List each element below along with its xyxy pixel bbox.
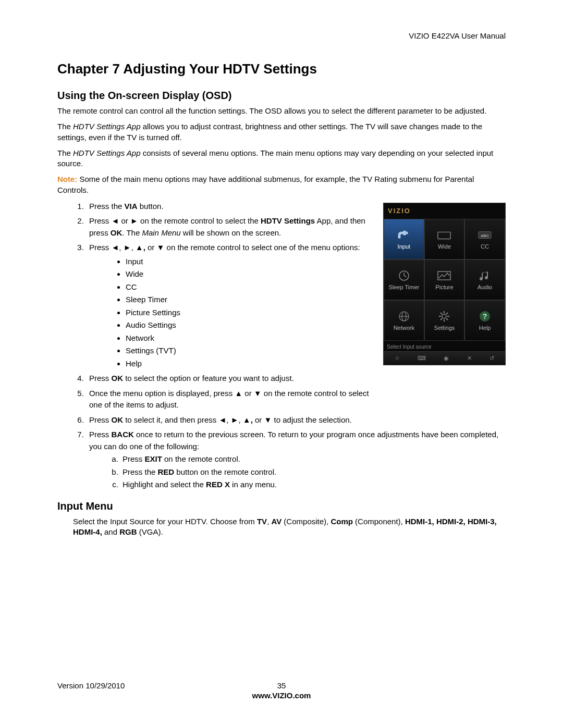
osd-cell-network[interactable]: Network [384, 300, 424, 341]
step-4: Press OK to select the option or feature… [86, 373, 373, 385]
osd-para-1: The remote control can control all the f… [57, 106, 506, 116]
ok-button: OK [112, 415, 124, 424]
osd-cell-label: CC [481, 243, 489, 250]
audio-icon [478, 269, 492, 282]
target-icon[interactable]: ◉ [444, 355, 449, 362]
osd-cell-audio[interactable]: Audio [464, 260, 505, 300]
text: Press [89, 374, 112, 382]
text: or ▼ to adjust the selection. [253, 415, 352, 424]
text: (Component), [353, 517, 405, 526]
osd-cell-help[interactable]: ? Help [464, 300, 505, 341]
refresh-icon[interactable]: ↺ [489, 355, 494, 362]
picture-icon [437, 269, 451, 282]
step-6: Press OK to select it, and then press ◄,… [86, 414, 506, 426]
plug-icon [397, 229, 411, 241]
osd-cell-label: Network [394, 325, 414, 331]
input-para: Select the Input Source for your HDTV. C… [57, 516, 506, 538]
star-icon[interactable]: ☆ [395, 355, 400, 362]
red-button: RED [158, 467, 175, 476]
sub-step-c: Highlight and select the RED X in any me… [120, 479, 506, 491]
list-item: CC [126, 281, 373, 293]
via-button: VIA [125, 202, 138, 211]
osd-cell-label: Picture [435, 284, 453, 290]
text: button on the remote control. [174, 467, 276, 476]
note-label: Note: [57, 175, 77, 183]
manual-title: VIZIO E422VA User Manual [57, 31, 506, 40]
text: Press [89, 430, 112, 439]
ok-button: OK [111, 228, 123, 237]
note-text: Some of the main menu options may have a… [57, 175, 474, 194]
osd-cell-label: Settings [434, 325, 455, 331]
svg-line-5 [404, 276, 406, 277]
svg-text:ABC: ABC [481, 233, 489, 238]
text: Select the Input Source for your HDTV. C… [73, 517, 257, 526]
step-1: Press the VIA button. [86, 201, 373, 213]
network-icon [397, 310, 411, 323]
text: in any menu. [230, 480, 277, 489]
osd-cell-wide[interactable]: Wide [424, 219, 465, 260]
section-input-title: Input Menu [57, 500, 506, 512]
osd-screenshot: VIZIO Input Wide ABC CC [383, 203, 506, 365]
rgb: RGB [119, 527, 137, 536]
text: (Composite), [282, 517, 331, 526]
steps-list-continued: Press OK to select it, and then press ◄,… [57, 414, 506, 491]
list-item: Sleep Timer [126, 294, 373, 306]
text: to select it, and then press ◄, ►, ▲ [123, 415, 251, 424]
svg-rect-0 [438, 232, 450, 239]
osd-status-text: Select Input source [384, 341, 505, 351]
step-3: Press ◄, ►, ▲, or ▼ on the remote contro… [86, 242, 373, 369]
text: Press ◄, ►, ▲ [89, 243, 143, 252]
osd-cell-settings[interactable]: Settings [424, 300, 465, 341]
red-x: RED X [206, 480, 230, 489]
osd-para-3: The HDTV Settings App consists of severa… [57, 148, 506, 169]
svg-line-17 [440, 318, 442, 320]
text: Press [123, 454, 145, 463]
help-icon: ? [478, 310, 492, 323]
text: and [102, 527, 119, 536]
list-item: Network [126, 332, 373, 344]
osd-bottom-bar: ☆ ⌨ ◉ ✕ ↺ [384, 351, 505, 365]
osd-note: Note: Some of the main menu options may … [57, 174, 506, 195]
osd-cell-picture[interactable]: Picture [424, 260, 465, 300]
list-item: Audio Settings [126, 319, 373, 331]
sub-steps-list: Press EXIT on the remote control. Press … [89, 453, 506, 491]
steps-list: Press the VIA button. Press ◄ or ► on th… [57, 201, 373, 411]
list-item: Input [126, 256, 373, 268]
step-7: Press BACK once to return to the previou… [86, 429, 506, 491]
sub-step-a: Press EXIT on the remote control. [120, 453, 506, 465]
comp: Comp [331, 517, 353, 526]
text: Press the [123, 467, 158, 476]
back-button: BACK [112, 430, 134, 439]
osd-cell-label: Audio [478, 284, 492, 290]
osd-cell-sleep[interactable]: Sleep Timer [384, 260, 424, 300]
step-2: Press ◄ or ► on the remote control to se… [86, 215, 373, 239]
text: (VGA). [137, 527, 163, 536]
cc-icon: ABC [478, 229, 492, 241]
vizio-logo: VIZIO [384, 203, 505, 219]
keyboard-icon[interactable]: ⌨ [418, 355, 426, 362]
svg-line-16 [446, 318, 448, 320]
list-item: Settings (TVT) [126, 345, 373, 357]
osd-cell-label: Sleep Timer [388, 284, 419, 290]
sub-step-b: Press the RED button on the remote contr… [120, 466, 506, 478]
vizio-logo-text: VIZIO [388, 207, 411, 215]
text: will be shown on the screen. [181, 228, 282, 237]
footer-url: www.VIZIO.com [57, 691, 506, 700]
osd-cell-label: Wide [438, 243, 451, 250]
chapter-title: Chapter 7 Adjusting Your HDTV Settings [57, 61, 506, 77]
osd-cell-input[interactable]: Input [384, 219, 424, 260]
menu-options-list: Input Wide CC Sleep Timer Picture Settin… [89, 256, 373, 370]
footer-version: Version 10/29/2010 [57, 681, 207, 690]
text: on the remote control. [162, 454, 240, 463]
text: button. [138, 202, 164, 211]
text: The [57, 149, 73, 157]
osd-cell-cc[interactable]: ABC CC [464, 219, 505, 260]
list-item: Wide [126, 268, 373, 280]
svg-line-18 [446, 313, 448, 314]
list-item: Picture Settings [126, 307, 373, 319]
text: to select the option or feature you want… [123, 374, 294, 382]
close-icon[interactable]: ✕ [467, 355, 472, 362]
document-page: VIZIO E422VA User Manual Chapter 7 Adjus… [0, 0, 563, 728]
list-item: Help [126, 358, 373, 370]
text: Press ◄ or ► on the remote control to se… [89, 216, 261, 225]
